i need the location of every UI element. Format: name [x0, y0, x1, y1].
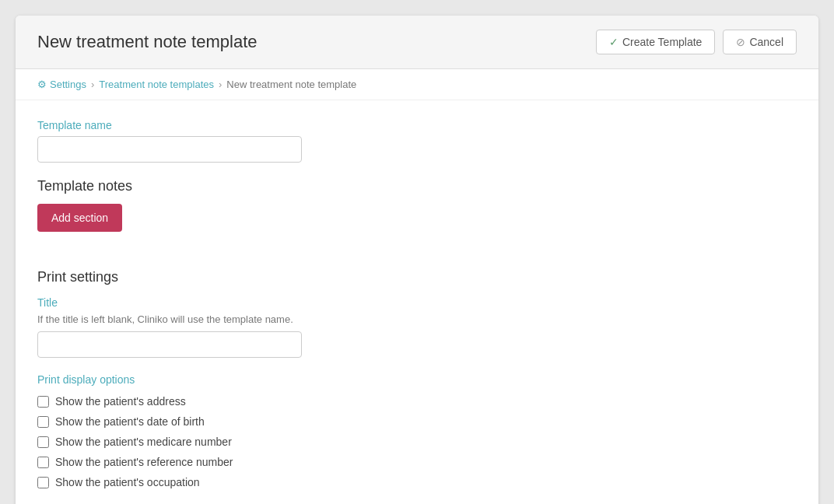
page-content: Template name Template notes Add section… — [16, 100, 818, 504]
checkbox-reference-label: Show the patient's reference number — [55, 456, 233, 468]
checkbox-reference-item[interactable]: Show the patient's reference number — [37, 456, 797, 468]
breadcrumb-current: New treatment note template — [226, 79, 356, 90]
checkbox-occupation-item[interactable]: Show the patient's occupation — [37, 476, 797, 488]
checkbox-medicare[interactable] — [37, 436, 49, 448]
template-name-group: Template name — [37, 119, 797, 163]
template-notes-group: Template notes Add section — [37, 178, 797, 254]
header-actions: ✓ Create Template ⊘ Cancel — [596, 30, 797, 54]
checkbox-medicare-label: Show the patient's medicare number — [55, 436, 232, 448]
title-helper-text: If the title is left blank, Cliniko will… — [37, 313, 797, 325]
cancel-header-button[interactable]: ⊘ Cancel — [723, 30, 797, 54]
checkbox-address[interactable] — [37, 396, 49, 408]
breadcrumb-settings-label: Settings — [50, 79, 86, 90]
print-title-input[interactable] — [37, 331, 302, 358]
add-section-button[interactable]: Add section — [37, 204, 122, 232]
create-template-button[interactable]: ✓ Create Template — [596, 30, 715, 54]
breadcrumb-separator-2: › — [219, 79, 222, 90]
breadcrumb-templates-link[interactable]: Treatment note templates — [99, 79, 214, 90]
print-title-group: Title If the title is left blank, Clinik… — [37, 296, 797, 358]
checkbox-medicare-item[interactable]: Show the patient's medicare number — [37, 436, 797, 448]
breadcrumb-separator-1: › — [91, 79, 94, 90]
checkbox-occupation-label: Show the patient's occupation — [55, 476, 200, 488]
print-display-options-section: Print display options Show the patient's… — [37, 373, 797, 488]
title-label: Title — [37, 296, 797, 309]
template-notes-heading: Template notes — [37, 178, 797, 194]
print-settings-group: Print settings Title If the title is lef… — [37, 269, 797, 488]
breadcrumb-templates-label: Treatment note templates — [99, 79, 214, 90]
checkbox-dob-label: Show the patient's date of birth — [55, 415, 205, 428]
checkbox-address-label: Show the patient's address — [55, 395, 186, 408]
template-name-input[interactable] — [37, 136, 302, 163]
checkbox-group: Show the patient's address Show the pati… — [37, 395, 797, 488]
page-container: New treatment note template ✓ Create Tem… — [16, 16, 818, 504]
checkbox-reference[interactable] — [37, 457, 49, 468]
print-display-options-label[interactable]: Print display options — [37, 373, 797, 386]
print-settings-heading: Print settings — [37, 269, 797, 285]
checkbox-address-item[interactable]: Show the patient's address — [37, 395, 797, 408]
checkbox-dob-item[interactable]: Show the patient's date of birth — [37, 415, 797, 428]
breadcrumb-settings-link[interactable]: ⚙ Settings — [37, 79, 86, 90]
cancel-header-label: Cancel — [749, 36, 783, 48]
template-name-label: Template name — [37, 119, 797, 131]
breadcrumb: ⚙ Settings › Treatment note templates › … — [16, 69, 818, 100]
cancel-circle-icon: ⊘ — [736, 36, 745, 48]
gear-icon: ⚙ — [37, 79, 47, 90]
checkmark-icon: ✓ — [609, 36, 618, 48]
checkbox-dob[interactable] — [37, 416, 49, 428]
create-template-label: Create Template — [622, 36, 702, 48]
page-title: New treatment note template — [37, 32, 257, 52]
page-header: New treatment note template ✓ Create Tem… — [16, 16, 818, 69]
checkbox-occupation[interactable] — [37, 477, 49, 488]
